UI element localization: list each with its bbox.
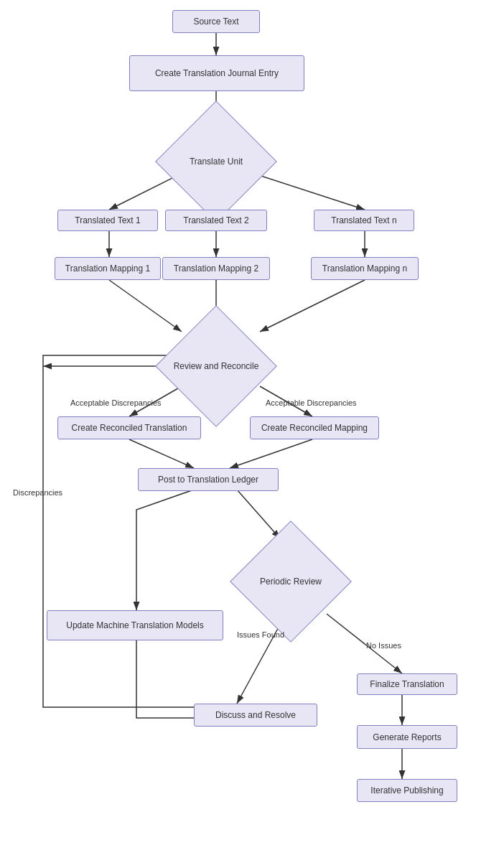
svg-line-15	[230, 439, 312, 468]
translated-text-n-node: Translated Text n	[314, 210, 414, 231]
translate-unit-diamond	[155, 101, 277, 223]
svg-line-14	[129, 439, 194, 468]
no-issues-label: No Issues	[366, 641, 401, 650]
generate-reports-node: Generate Reports	[357, 725, 457, 749]
reconciled-mapping-node: Create Reconciled Mapping	[250, 416, 379, 439]
post-ledger-node: Post to Translation Ledger	[138, 468, 279, 491]
discuss-resolve-node: Discuss and Resolve	[194, 704, 317, 727]
iterative-publishing-node: Iterative Publishing	[357, 779, 457, 802]
create-journal-node: Create Translation Journal Entry	[129, 55, 304, 91]
update-models-node: Update Machine Translation Models	[47, 610, 223, 640]
translated-text-1-node: Translated Text 1	[57, 210, 158, 231]
finalize-node: Finalize Translation	[357, 673, 457, 695]
acceptable-label-left: Acceptable Discrepancies	[70, 398, 162, 407]
review-diamond	[155, 305, 277, 427]
mapping-1-node: Translation Mapping 1	[55, 257, 161, 280]
issues-found-label: Issues Found	[237, 630, 284, 639]
reconciled-translation-node: Create Reconciled Translation	[57, 416, 201, 439]
svg-line-5	[246, 171, 365, 210]
periodic-review-diamond	[230, 521, 352, 643]
svg-line-9	[109, 280, 182, 332]
svg-line-11	[260, 280, 365, 332]
mapping-n-node: Translation Mapping n	[311, 257, 419, 280]
flowchart-diagram: Source Text Create Translation Journal E…	[0, 0, 504, 868]
translated-text-2-node: Translated Text 2	[165, 210, 267, 231]
discrepancies-label: Discrepancies	[13, 488, 62, 497]
source-text-node: Source Text	[172, 10, 260, 33]
mapping-2-node: Translation Mapping 2	[162, 257, 270, 280]
acceptable-label-right: Acceptable Discrepancies	[266, 398, 357, 407]
svg-line-16	[237, 490, 280, 538]
